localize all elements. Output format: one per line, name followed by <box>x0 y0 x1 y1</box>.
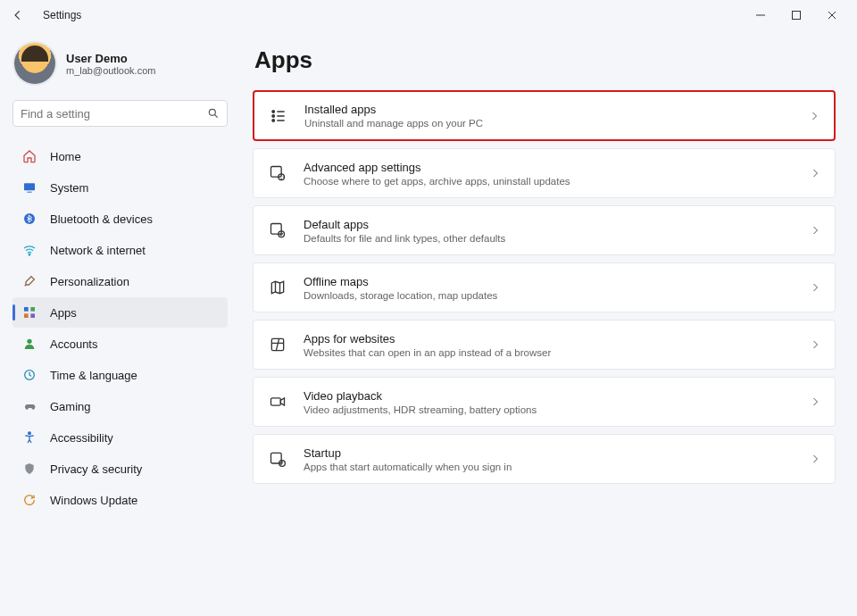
search-input[interactable] <box>21 107 207 121</box>
startup-icon <box>268 449 287 469</box>
paintbrush-icon <box>21 273 37 289</box>
accessibility-icon <box>21 429 37 445</box>
sidebar-item-accessibility[interactable]: Accessibility <box>12 422 228 453</box>
sidebar-item-label: Gaming <box>50 400 91 413</box>
minimize-button[interactable] <box>743 3 778 28</box>
svg-rect-1 <box>793 12 801 20</box>
search-icon <box>207 107 220 120</box>
card-title: Apps for websites <box>304 332 551 345</box>
gear-app-icon <box>268 163 287 183</box>
sidebar-item-privacy[interactable]: Privacy & security <box>12 454 228 484</box>
gamepad-icon <box>21 398 37 414</box>
sidebar-item-time[interactable]: Time & language <box>12 360 228 390</box>
chevron-right-icon <box>810 396 820 407</box>
card-installed-apps[interactable]: Installed apps Uninstall and manage apps… <box>253 90 836 141</box>
card-offline-maps[interactable]: Offline maps Downloads, storage location… <box>253 262 836 312</box>
sidebar-item-label: Accessibility <box>50 431 113 445</box>
avatar <box>14 43 55 84</box>
svg-rect-8 <box>30 307 35 312</box>
card-apps-for-websites[interactable]: Apps for websites Websites that can open… <box>253 320 836 370</box>
sidebar-item-bluetooth[interactable]: Bluetooth & devices <box>12 204 228 234</box>
card-video-playback[interactable]: Video playback Video adjustments, HDR st… <box>253 377 836 427</box>
card-subtitle: Websites that can open in an app instead… <box>304 347 551 358</box>
person-icon <box>21 336 37 352</box>
card-subtitle: Choose where to get apps, archive apps, … <box>304 176 570 187</box>
svg-point-2 <box>209 109 215 115</box>
svg-point-6 <box>29 254 30 256</box>
card-title: Offline maps <box>304 275 497 288</box>
video-icon <box>268 392 287 412</box>
svg-rect-4 <box>27 192 31 193</box>
user-email: m_lab@outlook.com <box>66 65 155 76</box>
sidebar-item-update[interactable]: Windows Update <box>12 485 228 515</box>
chevron-right-icon <box>810 225 820 236</box>
card-title: Advanced app settings <box>304 161 570 174</box>
titlebar: Settings <box>0 0 857 30</box>
update-icon <box>21 492 37 508</box>
sidebar-item-label: System <box>50 181 88 195</box>
svg-rect-9 <box>24 313 29 318</box>
card-subtitle: Video adjustments, HDR streaming, batter… <box>304 404 537 415</box>
settings-cards: Installed apps Uninstall and manage apps… <box>253 90 836 484</box>
card-advanced-app-settings[interactable]: Advanced app settings Choose where to ge… <box>253 148 836 198</box>
card-startup[interactable]: Startup Apps that start automatically wh… <box>253 434 836 484</box>
sidebar-item-label: Personalization <box>50 275 129 288</box>
sidebar-item-network[interactable]: Network & internet <box>12 235 228 265</box>
svg-rect-17 <box>271 167 282 178</box>
svg-rect-19 <box>271 224 282 235</box>
svg-rect-3 <box>24 183 35 190</box>
globe-clock-icon <box>21 367 37 383</box>
svg-rect-22 <box>271 398 281 405</box>
apps-icon <box>21 304 37 320</box>
back-button[interactable] <box>7 4 29 26</box>
system-icon <box>21 179 37 196</box>
card-default-apps[interactable]: Default apps Defaults for file and link … <box>253 205 836 255</box>
sidebar-item-system[interactable]: System <box>12 172 228 203</box>
sidebar-nav: Home System Bluetooth & devices Network … <box>12 141 228 515</box>
home-icon <box>21 148 37 164</box>
sidebar-item-label: Home <box>50 150 81 163</box>
svg-point-11 <box>27 339 31 344</box>
sidebar-item-home[interactable]: Home <box>12 141 228 171</box>
chevron-right-icon <box>810 282 820 293</box>
sidebar-item-label: Apps <box>50 306 77 320</box>
card-title: Default apps <box>304 218 505 231</box>
window-title: Settings <box>43 9 81 21</box>
close-button[interactable] <box>814 3 850 28</box>
card-title: Installed apps <box>304 103 483 116</box>
search-box[interactable] <box>12 100 228 127</box>
card-subtitle: Apps that start automatically when you s… <box>304 462 512 472</box>
user-profile[interactable]: User Demo m_lab@outlook.com <box>14 43 228 84</box>
sidebar-item-accounts[interactable]: Accounts <box>12 329 228 359</box>
default-app-icon <box>268 221 287 240</box>
svg-rect-10 <box>30 313 35 318</box>
chevron-right-icon <box>810 339 820 350</box>
chevron-right-icon <box>810 168 820 179</box>
chevron-right-icon <box>810 454 820 464</box>
svg-point-15 <box>272 114 274 116</box>
wifi-icon <box>21 242 37 258</box>
maximize-button[interactable] <box>778 3 814 28</box>
svg-point-14 <box>272 110 274 112</box>
card-title: Startup <box>304 446 512 460</box>
svg-point-16 <box>272 119 274 121</box>
content-area: Apps Installed apps Uninstall and manage… <box>237 30 857 616</box>
website-app-icon <box>268 335 287 354</box>
chevron-right-icon <box>809 111 820 121</box>
sidebar-item-personalization[interactable]: Personalization <box>12 266 228 296</box>
sidebar-item-label: Network & internet <box>50 244 146 257</box>
sidebar-item-gaming[interactable]: Gaming <box>12 391 228 421</box>
sidebar: User Demo m_lab@outlook.com Home System … <box>0 30 237 616</box>
shield-icon <box>21 461 37 477</box>
sidebar-item-label: Bluetooth & devices <box>50 212 153 226</box>
map-icon <box>268 278 287 297</box>
list-icon <box>269 106 288 126</box>
svg-point-13 <box>29 432 31 435</box>
sidebar-item-label: Time & language <box>50 369 137 382</box>
card-title: Video playback <box>304 389 537 403</box>
page-title: Apps <box>254 46 836 74</box>
svg-rect-7 <box>24 307 29 312</box>
bluetooth-icon <box>21 211 37 227</box>
sidebar-item-apps[interactable]: Apps <box>12 297 228 328</box>
sidebar-item-label: Windows Update <box>50 494 137 507</box>
